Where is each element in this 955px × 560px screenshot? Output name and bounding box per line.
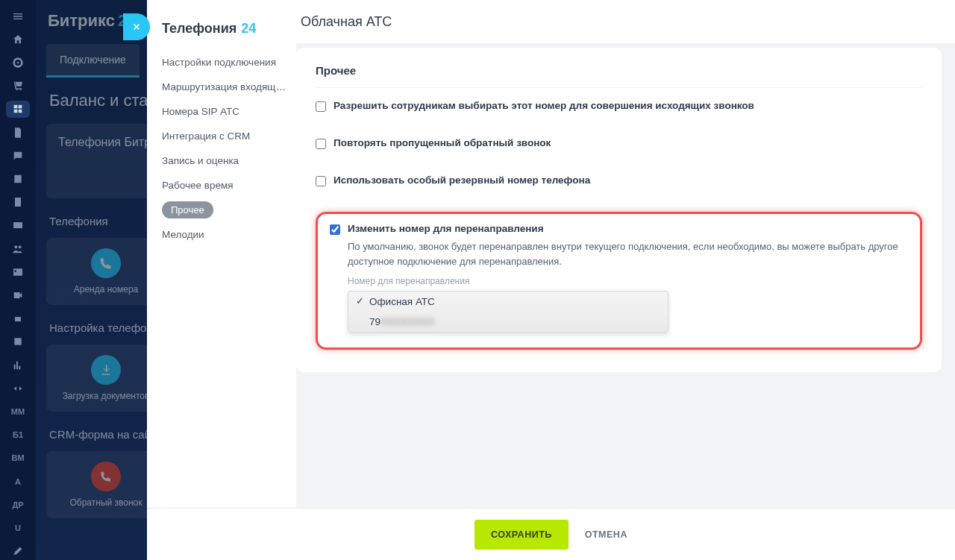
android-icon[interactable] [6, 310, 30, 327]
side-nav-item[interactable]: Рабочее время [162, 173, 289, 198]
id-icon[interactable] [6, 263, 30, 280]
settings-panel: Прочее Разрешить сотрудникам выбирать эт… [296, 48, 942, 372]
side-nav-item[interactable]: Маршрутизация входящ… [162, 75, 289, 99]
box-icon[interactable] [6, 333, 30, 350]
checkbox-change-redirect[interactable] [330, 224, 340, 235]
code-icon[interactable] [6, 380, 30, 397]
main-title: Облачная АТС [296, 0, 942, 43]
side-nav-title: Телефония24 [162, 21, 290, 37]
chat-icon[interactable] [6, 147, 30, 164]
close-button[interactable] [123, 13, 150, 40]
doc-icon[interactable] [6, 124, 30, 141]
video-icon[interactable] [6, 286, 30, 303]
highlighted-section: Изменить номер для перенаправления По ум… [316, 212, 922, 350]
section-heading: Прочее [316, 64, 922, 88]
rail-u[interactable]: U [6, 519, 30, 536]
rail-a[interactable]: А [6, 473, 30, 490]
side-nav-item[interactable]: Настройки подключения [162, 50, 289, 75]
dropdown-option-number[interactable]: 79XXXXXXXX [348, 312, 668, 332]
label-reserve-number: Использовать особый резервный номер теле… [334, 174, 590, 186]
checkbox-reserve-number[interactable] [316, 176, 326, 186]
redirect-dropdown[interactable]: Офисная АТС 79XXXXXXXX [348, 291, 668, 333]
apps-icon[interactable] [6, 101, 30, 118]
cart-icon[interactable] [6, 78, 30, 95]
side-nav-item[interactable]: Прочее [162, 198, 289, 222]
rail-dr[interactable]: ДР [6, 496, 30, 513]
icon-rail: ММ Б1 ВМ А ДР U [0, 0, 36, 560]
page-icon[interactable] [6, 194, 30, 211]
checkbox-repeat-callback[interactable] [316, 139, 326, 149]
settings-overlay: Телефония24 Настройки подключенияМаршрут… [147, 0, 955, 560]
side-nav-item[interactable]: Номера SIP АТС [162, 99, 289, 124]
redirect-field-label: Номер для перенаправления [330, 276, 908, 286]
card-icon[interactable] [6, 217, 30, 234]
people-icon[interactable] [6, 240, 30, 257]
rail-b1[interactable]: Б1 [6, 427, 30, 444]
checkbox-allow-select[interactable] [316, 101, 326, 112]
edit-icon[interactable] [6, 543, 30, 560]
side-nav-item[interactable]: Интеграция с CRM [162, 124, 289, 148]
side-nav: Телефония24 Настройки подключенияМаршрут… [147, 43, 296, 508]
redirect-description: По умолчанию, звонок будет перенаправлен… [330, 239, 908, 268]
save-button[interactable]: СОХРАНИТЬ [475, 520, 569, 550]
menu-icon[interactable] [6, 7, 30, 25]
label-repeat-callback: Повторять пропущенный обратный звонок [334, 137, 551, 148]
side-nav-item[interactable]: Мелодии [162, 222, 289, 247]
home-icon[interactable] [6, 31, 30, 48]
label-change-redirect: Изменить номер для перенаправления [348, 223, 544, 234]
rail-mm[interactable]: ММ [6, 403, 30, 420]
chart-icon[interactable] [6, 356, 30, 374]
dropdown-option-office[interactable]: Офисная АТС [348, 292, 668, 312]
side-nav-item[interactable]: Запись и оценка [162, 148, 289, 173]
rail-vm[interactable]: ВМ [6, 450, 30, 467]
cancel-button[interactable]: ОТМЕНА [585, 529, 627, 540]
footer: СОХРАНИТЬ ОТМЕНА [147, 508, 955, 560]
target-icon[interactable] [6, 54, 30, 71]
calendar-icon[interactable] [6, 170, 30, 187]
label-allow-select: Разрешить сотрудникам выбирать этот номе… [334, 100, 754, 111]
